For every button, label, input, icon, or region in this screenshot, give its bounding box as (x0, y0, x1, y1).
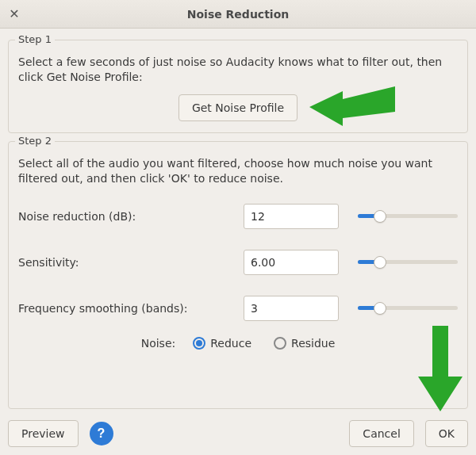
noise-reduction-dialog: ✕ Noise Reduction Step 1 Select a few se… (0, 0, 476, 455)
frequency-smoothing-label: Frequency smoothing (bands): (18, 302, 232, 315)
cancel-button[interactable]: Cancel (349, 420, 413, 447)
svg-marker-0 (309, 86, 395, 126)
noise-reduction-input[interactable] (244, 204, 339, 229)
noise-mode-reduce-radio[interactable]: Reduce (193, 337, 251, 350)
noise-mode-row: Noise: Reduce Residue (18, 337, 458, 350)
close-icon: ✕ (9, 6, 19, 21)
frequency-smoothing-input[interactable] (244, 296, 339, 321)
radio-icon (193, 337, 205, 350)
noise-mode-label: Noise: (141, 337, 176, 350)
noise-mode-residue-radio[interactable]: Residue (274, 337, 335, 350)
noise-reduction-slider-thumb[interactable] (374, 210, 386, 223)
ok-button[interactable]: OK (425, 420, 468, 447)
step2-group: Step 2 Select all of the audio you want … (8, 141, 468, 409)
step1-group: Step 1 Select a few seconds of just nois… (8, 40, 468, 133)
sensitivity-input[interactable] (244, 250, 339, 275)
noise-mode-residue-label: Residue (291, 337, 335, 350)
step1-instruction: Select a few seconds of just noise so Au… (18, 55, 458, 85)
preview-button[interactable]: Preview (8, 420, 79, 447)
annotation-arrow-step1 (309, 77, 397, 132)
sensitivity-slider-thumb[interactable] (374, 256, 386, 269)
noise-reduction-slider[interactable] (358, 208, 458, 224)
dialog-body: Step 1 Select a few seconds of just nois… (0, 29, 476, 455)
noise-reduction-label: Noise reduction (dB): (18, 210, 232, 223)
window-title: Noise Reduction (0, 8, 476, 21)
step2-label: Step 2 (15, 135, 55, 147)
step1-label: Step 1 (15, 33, 55, 45)
noise-mode-reduce-label: Reduce (210, 337, 251, 350)
sensitivity-label: Sensitivity: (18, 256, 232, 269)
frequency-smoothing-slider-thumb[interactable] (374, 302, 386, 315)
sensitivity-slider[interactable] (358, 254, 458, 270)
help-icon: ? (98, 426, 106, 441)
titlebar: ✕ Noise Reduction (0, 0, 476, 29)
step2-instruction: Select all of the audio you want filtere… (18, 156, 458, 186)
close-button[interactable]: ✕ (0, 0, 29, 29)
dialog-button-row: Preview ? Cancel OK (8, 420, 468, 447)
radio-icon (274, 337, 286, 350)
help-button[interactable]: ? (90, 422, 113, 445)
get-noise-profile-button[interactable]: Get Noise Profile (178, 94, 298, 121)
parameter-grid: Noise reduction (dB): Sensitivity: (18, 204, 458, 321)
frequency-smoothing-slider[interactable] (358, 300, 458, 316)
